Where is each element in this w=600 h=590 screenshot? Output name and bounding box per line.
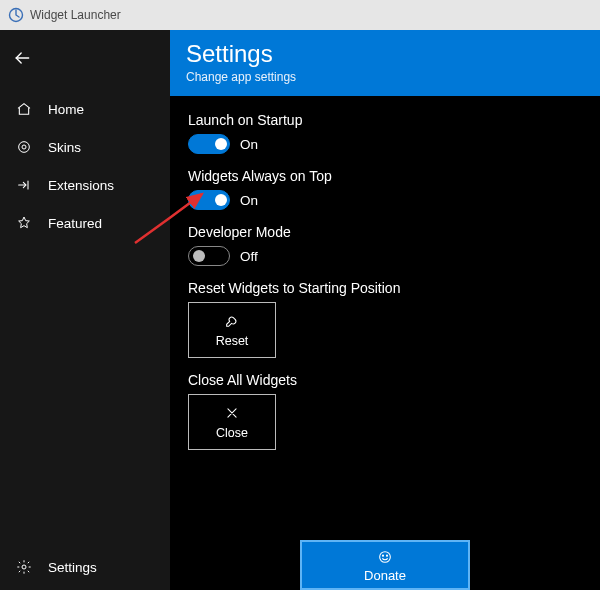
page-header: Settings Change app settings <box>170 30 600 96</box>
page-subtitle: Change app settings <box>186 70 584 84</box>
sidebar: Home Skins Extensions Featured <box>0 30 170 590</box>
setting-label: Developer Mode <box>188 224 582 240</box>
svg-point-4 <box>380 551 391 562</box>
donate-button[interactable]: Donate <box>300 540 470 590</box>
svg-point-6 <box>386 555 387 556</box>
featured-icon <box>14 213 34 233</box>
titlebar: Widget Launcher <box>0 0 600 30</box>
sidebar-item-settings[interactable]: Settings <box>0 548 170 586</box>
setting-close-widgets: Close All Widgets Close <box>188 372 582 450</box>
settings-icon <box>14 557 34 577</box>
setting-label: Reset Widgets to Starting Position <box>188 280 582 296</box>
svg-point-1 <box>19 142 30 153</box>
sidebar-item-label: Extensions <box>48 178 114 193</box>
setting-launch-on-startup: Launch on Startup On <box>188 112 582 154</box>
home-icon <box>14 99 34 119</box>
toggle-developer-mode[interactable] <box>188 246 230 266</box>
sidebar-item-home[interactable]: Home <box>0 90 170 128</box>
close-button[interactable]: Close <box>188 394 276 450</box>
sidebar-item-label: Skins <box>48 140 81 155</box>
back-button[interactable] <box>0 36 44 80</box>
app-title: Widget Launcher <box>30 8 121 22</box>
setting-developer-mode: Developer Mode Off <box>188 224 582 266</box>
reset-button[interactable]: Reset <box>188 302 276 358</box>
skins-icon <box>14 137 34 157</box>
button-label: Donate <box>364 568 406 583</box>
app-icon <box>8 7 24 23</box>
sidebar-item-label: Home <box>48 102 84 117</box>
sidebar-item-extensions[interactable]: Extensions <box>0 166 170 204</box>
page-title: Settings <box>186 40 584 68</box>
toggle-state: On <box>240 193 258 208</box>
setting-label: Launch on Startup <box>188 112 582 128</box>
button-label: Reset <box>216 334 249 348</box>
content: Settings Change app settings Launch on S… <box>170 30 600 590</box>
svg-point-5 <box>382 555 383 556</box>
setting-always-on-top: Widgets Always on Top On <box>188 168 582 210</box>
sidebar-item-skins[interactable]: Skins <box>0 128 170 166</box>
toggle-state: Off <box>240 249 258 264</box>
toggle-always-on-top[interactable] <box>188 190 230 210</box>
close-icon <box>223 404 241 422</box>
toggle-launch-on-startup[interactable] <box>188 134 230 154</box>
svg-point-3 <box>22 565 26 569</box>
button-label: Close <box>216 426 248 440</box>
sidebar-item-label: Settings <box>48 560 97 575</box>
setting-label: Close All Widgets <box>188 372 582 388</box>
sidebar-item-label: Featured <box>48 216 102 231</box>
svg-point-2 <box>22 145 26 149</box>
extensions-icon <box>14 175 34 195</box>
sidebar-item-featured[interactable]: Featured <box>0 204 170 242</box>
toggle-state: On <box>240 137 258 152</box>
wrench-icon <box>223 312 241 330</box>
setting-label: Widgets Always on Top <box>188 168 582 184</box>
setting-reset-widgets: Reset Widgets to Starting Position Reset <box>188 280 582 358</box>
smile-icon <box>376 548 394 566</box>
